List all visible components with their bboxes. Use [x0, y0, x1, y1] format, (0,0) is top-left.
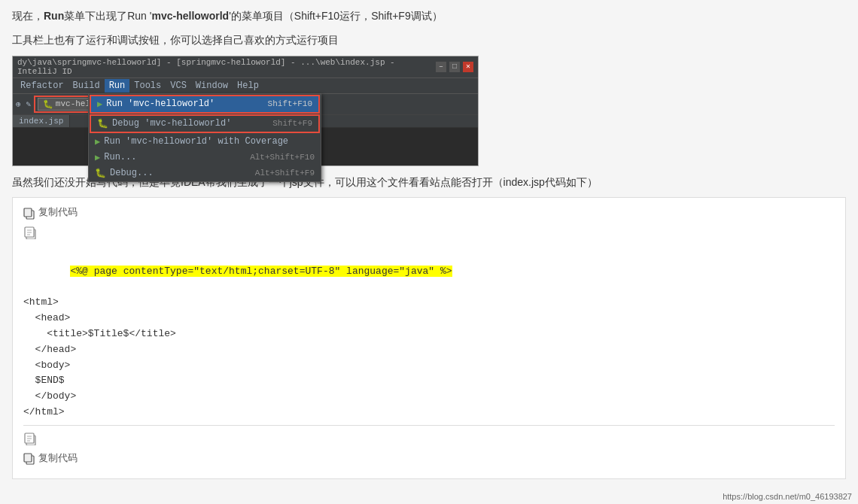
para2: 工具栏上也有了运行和调试按钮，你可以选择自己喜欢的方式运行项目: [12, 32, 846, 50]
code-lines: <%@ page contentType="text/html;charset=…: [23, 248, 835, 421]
close-btn[interactable]: ✕: [463, 62, 473, 72]
ide-controls[interactable]: – □ ✕: [436, 62, 473, 72]
run-with-coverage-item[interactable]: ▶ Run 'mvc-helloworld' with Coverage: [89, 134, 321, 150]
run-dots-shortcut: Alt+Shift+F10: [250, 153, 315, 162]
copy-icon-bottom: [23, 453, 35, 465]
debug-dots-label: Debug...: [110, 168, 154, 178]
clipboard-icon-row-top: [23, 226, 835, 245]
code-line-2: <html>: [23, 295, 835, 311]
menu-help[interactable]: Help: [233, 79, 263, 93]
debug-item-border: 🐛 Debug 'mvc-helloworld' Shift+F9: [90, 114, 320, 133]
top-copy-label: 复制代码: [38, 205, 78, 221]
run-helloworld-item[interactable]: ▶ Run 'mvc-helloworld' Shift+F10: [91, 96, 318, 112]
svg-rect-13: [24, 454, 32, 462]
run-dots-item[interactable]: ▶ Run... Alt+Shift+F10: [89, 150, 321, 165]
page-wrapper: 现在，Run菜单下出现了Run 'mvc-helloworld'的菜单项目（Sh…: [0, 0, 858, 493]
run-shortcut: Shift+F10: [268, 99, 312, 108]
top-copy-toolbar: 复制代码: [23, 205, 835, 221]
menu-tools[interactable]: Tools: [129, 79, 166, 93]
menu-run[interactable]: Run: [105, 79, 130, 93]
menu-refactor[interactable]: Refactor: [16, 79, 68, 93]
code-line-4: <title>$Title$</title>: [23, 326, 835, 342]
code-line-5: </head>: [23, 342, 835, 358]
code-highlight-tag: <%@ page contentType="text/html;charset=…: [70, 266, 452, 277]
debug-shortcut: Shift+F9: [272, 119, 312, 128]
toolbar-left-space: ⊕ ✎: [16, 99, 31, 109]
debug-icon: 🐛: [97, 118, 108, 129]
clipboard-icon-top: [23, 226, 37, 239]
para1: 现在，Run菜单下出现了Run 'mvc-helloworld'的菜单项目（Sh…: [12, 8, 846, 26]
ide-titlebar: dy\java\springmvc-helloworld] - [springm…: [13, 56, 478, 78]
debug-dots-shortcut: Alt+Shift+F9: [255, 169, 315, 178]
ide-menubar: Refactor Build Run Tools VCS Window Help: [13, 78, 478, 94]
ide-title-text: dy\java\springmvc-helloworld] - [springm…: [17, 58, 436, 76]
maximize-btn[interactable]: □: [449, 62, 460, 72]
page-url: https://blog.csdn.net/m0_46193827: [723, 492, 852, 501]
debug-dots-icon: 🐛: [95, 168, 106, 179]
run-coverage-label: Run 'mvc-helloworld' with Coverage: [104, 136, 288, 147]
run-helloworld-label: Run 'mvc-helloworld': [106, 99, 214, 109]
config-icon: 🐛: [43, 99, 53, 109]
code-line-1: <%@ page contentType="text/html;charset=…: [23, 248, 835, 295]
menu-window[interactable]: Window: [191, 79, 233, 93]
run-item-border: ▶ Run 'mvc-helloworld' Shift+F10: [90, 95, 320, 114]
clipboard-icon-bottom: [23, 432, 37, 445]
run-icon: ▶: [97, 99, 102, 110]
code-line-6: <body>: [23, 358, 835, 374]
index-jsp-tab[interactable]: index.jsp: [13, 115, 70, 127]
coverage-icon: ▶: [95, 136, 100, 147]
run-dropdown-menu: ▶ Run 'mvc-helloworld' Shift+F10 🐛 Debug…: [88, 93, 321, 182]
debug-helloworld-label: Debug 'mvc-helloworld': [112, 118, 231, 129]
code-block: 复制代码 <%@ page contentType="text/html;cha…: [12, 197, 846, 479]
code-line-3: <head>: [23, 311, 835, 326]
debug-helloworld-item[interactable]: 🐛 Debug 'mvc-helloworld' Shift+F9: [91, 116, 318, 132]
menu-build[interactable]: Build: [68, 79, 105, 93]
run-dots-label: Run...: [104, 152, 136, 162]
copy-icon-top: [23, 208, 35, 220]
ide-menubar-area: Refactor Build Run Tools VCS Window Help…: [13, 78, 478, 115]
code-line-8: </body>: [23, 389, 835, 405]
top-copy-btn[interactable]: 复制代码: [23, 205, 78, 221]
minimize-btn[interactable]: –: [436, 62, 446, 72]
bottom-copy-label: 复制代码: [38, 451, 78, 467]
debug-dots-item[interactable]: 🐛 Debug... Alt+Shift+F9: [89, 165, 321, 181]
code-divider: [23, 425, 835, 426]
code-line-7: $END$: [23, 373, 835, 389]
ide-screenshot: dy\java\springmvc-helloworld] - [springm…: [12, 56, 479, 166]
bottom-copy-btn[interactable]: 复制代码: [23, 451, 78, 467]
run-dots-icon: ▶: [95, 152, 100, 163]
menu-vcs[interactable]: VCS: [166, 79, 191, 93]
svg-rect-1: [24, 208, 32, 217]
bottom-copy-toolbar: 复制代码: [23, 451, 835, 467]
clipboard-icon-row-bottom: [23, 432, 835, 451]
code-line-9: </html>: [23, 405, 835, 421]
